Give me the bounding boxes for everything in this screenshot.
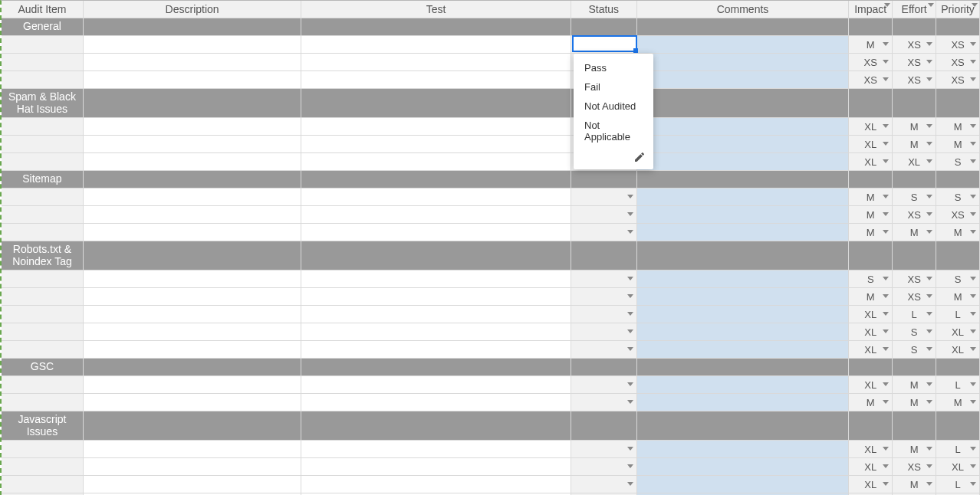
cell-status[interactable] [571, 458, 637, 475]
cell-status[interactable] [571, 341, 637, 358]
chevron-down-icon[interactable] [926, 60, 932, 64]
chevron-down-icon[interactable] [627, 312, 633, 316]
cell-prio[interactable]: XL [936, 458, 980, 475]
cell-test[interactable] [301, 188, 571, 205]
chevron-down-icon[interactable] [926, 482, 932, 486]
cell-effort[interactable]: XS [893, 288, 936, 305]
cell-effort[interactable]: M [893, 224, 936, 241]
cell-prio[interactable]: M [936, 136, 980, 152]
cell-test[interactable] [301, 206, 571, 223]
chevron-down-icon[interactable] [627, 464, 633, 468]
chevron-down-icon[interactable] [883, 159, 889, 163]
cell-impact[interactable]: M [849, 36, 893, 53]
chevron-down-icon[interactable] [926, 464, 932, 468]
chevron-down-icon[interactable] [627, 230, 633, 234]
cell-comm[interactable] [637, 288, 850, 305]
cell-desc[interactable] [84, 153, 302, 170]
cell-test[interactable] [301, 270, 571, 287]
cell-desc[interactable] [84, 306, 302, 323]
cell-comm[interactable] [637, 323, 850, 340]
chevron-down-icon[interactable] [970, 347, 976, 351]
chevron-down-icon[interactable] [926, 329, 932, 333]
cell-prio[interactable]: L [936, 441, 980, 457]
chevron-down-icon[interactable] [970, 124, 976, 128]
cell-effort[interactable]: S [893, 188, 936, 205]
chevron-down-icon[interactable] [883, 195, 889, 198]
cell-effort[interactable]: XS [893, 206, 936, 223]
cell-desc[interactable] [84, 136, 302, 152]
filter-icon[interactable] [884, 3, 890, 7]
chevron-down-icon[interactable] [970, 382, 976, 386]
cell-effort[interactable]: M [893, 136, 936, 152]
cell-prio[interactable]: L [936, 476, 980, 493]
cell-comm[interactable] [637, 476, 850, 493]
chevron-down-icon[interactable] [926, 230, 932, 234]
chevron-down-icon[interactable] [883, 230, 889, 234]
chevron-down-icon[interactable] [970, 482, 976, 486]
chevron-down-icon[interactable] [926, 142, 932, 146]
cell-effort[interactable]: XS [893, 458, 936, 475]
chevron-down-icon[interactable] [627, 482, 633, 486]
cell-test[interactable] [301, 441, 571, 457]
cell-status[interactable] [571, 288, 637, 305]
cell-status[interactable] [571, 476, 637, 493]
cell-status[interactable] [571, 188, 637, 205]
chevron-down-icon[interactable] [970, 400, 976, 404]
cell-effort[interactable]: S [893, 341, 936, 358]
chevron-down-icon[interactable] [883, 294, 889, 298]
chevron-down-icon[interactable] [970, 42, 976, 46]
cell-desc[interactable] [84, 54, 302, 70]
cell-status[interactable] [571, 323, 637, 340]
cell-status[interactable] [571, 306, 637, 323]
chevron-down-icon[interactable] [883, 42, 889, 46]
cell-comm[interactable] [637, 206, 850, 223]
cell-status[interactable] [571, 270, 637, 287]
cell-status[interactable] [571, 224, 637, 241]
chevron-down-icon[interactable] [926, 277, 932, 280]
cell-desc[interactable] [84, 118, 302, 135]
cell-test[interactable] [301, 54, 571, 70]
chevron-down-icon[interactable] [970, 212, 976, 216]
cell-comm[interactable] [637, 153, 850, 170]
chevron-down-icon[interactable] [627, 212, 633, 216]
cell-comm[interactable] [637, 270, 850, 287]
cell-impact[interactable]: XS [849, 54, 893, 70]
cell-prio[interactable]: XL [936, 341, 980, 358]
cell-comm[interactable] [637, 458, 850, 475]
cell-comm[interactable] [637, 54, 850, 70]
cell-comm[interactable] [637, 394, 850, 411]
chevron-down-icon[interactable] [926, 294, 932, 298]
cell-impact[interactable]: XL [849, 458, 893, 475]
chevron-down-icon[interactable] [926, 195, 932, 198]
chevron-down-icon[interactable] [926, 159, 932, 163]
cell-test[interactable] [301, 118, 571, 135]
chevron-down-icon[interactable] [627, 294, 633, 298]
cell-desc[interactable] [84, 394, 302, 411]
cell-prio[interactable]: XS [936, 36, 980, 53]
cell-impact[interactable]: M [849, 224, 893, 241]
cell-prio[interactable]: M [936, 224, 980, 241]
chevron-down-icon[interactable] [883, 347, 889, 351]
cell-impact[interactable]: M [849, 206, 893, 223]
cell-prio[interactable]: M [936, 118, 980, 135]
cell-effort[interactable]: XS [893, 36, 936, 53]
cell-impact[interactable]: XL [849, 476, 893, 493]
chevron-down-icon[interactable] [970, 329, 976, 333]
cell-desc[interactable] [84, 323, 302, 340]
cell-impact[interactable]: XL [849, 136, 893, 152]
dropdown-edit[interactable] [574, 146, 653, 169]
cell-prio[interactable]: XS [936, 54, 980, 70]
chevron-down-icon[interactable] [883, 142, 889, 146]
cell-test[interactable] [301, 394, 571, 411]
cell-test[interactable] [301, 288, 571, 305]
cell-test[interactable] [301, 71, 571, 88]
cell-impact[interactable]: M [849, 188, 893, 205]
dropdown-option[interactable]: Not Applicable [574, 116, 653, 146]
cell-test[interactable] [301, 341, 571, 358]
cell-test[interactable] [301, 306, 571, 323]
chevron-down-icon[interactable] [883, 447, 889, 451]
chevron-down-icon[interactable] [883, 464, 889, 468]
cell-prio[interactable]: XS [936, 206, 980, 223]
chevron-down-icon[interactable] [627, 347, 633, 351]
chevron-down-icon[interactable] [970, 60, 976, 64]
